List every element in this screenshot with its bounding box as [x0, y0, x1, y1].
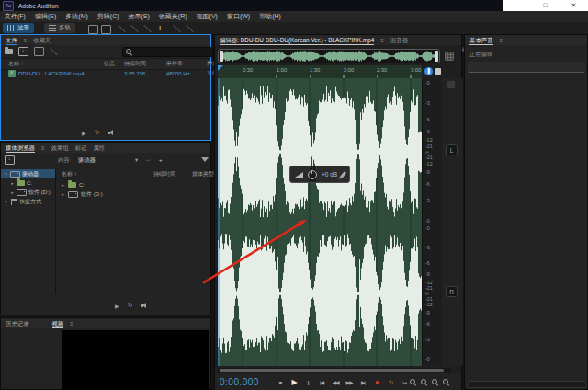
- media-play-button[interactable]: ▶: [115, 303, 119, 309]
- files-col-0[interactable]: 名称 ↑: [8, 60, 104, 68]
- files-search-input[interactable]: [122, 47, 214, 57]
- scrollbar-thumb[interactable]: [220, 369, 444, 372]
- import-file-button[interactable]: [18, 47, 28, 56]
- back-icon[interactable]: ↩: [146, 156, 151, 163]
- menu-item-6[interactable]: 视图(V): [192, 11, 222, 22]
- file-row[interactable]: DDU-DU...LACKPINK.mp43:35.25648000 Hz立体声: [1, 68, 210, 78]
- move-tool-icon[interactable]: [118, 25, 126, 32]
- lasso-tool-icon[interactable]: [186, 25, 194, 32]
- panel-toggle-icon[interactable]: [88, 25, 98, 34]
- menu-item-4[interactable]: 效果(S): [124, 11, 154, 22]
- skip-selection-button[interactable]: ↪: [398, 377, 411, 388]
- time-selection-tool-icon[interactable]: I: [159, 24, 161, 32]
- play-button[interactable]: ▶: [288, 377, 300, 388]
- zoom-navigator[interactable]: [218, 49, 440, 63]
- pause-indicator-icon[interactable]: ❚: [424, 67, 433, 75]
- tab-history[interactable]: 历史记录: [6, 318, 29, 328]
- menu-item-0[interactable]: 文件(F): [0, 11, 30, 22]
- waveform-display[interactable]: +0 dB: [218, 78, 422, 366]
- disclosure-icon[interactable]: ▾: [4, 199, 8, 204]
- fast-forward-button[interactable]: ▶▶: [343, 377, 356, 388]
- menu-item-3[interactable]: 剪辑(C): [93, 11, 124, 22]
- record-button[interactable]: ●: [370, 377, 383, 388]
- knob-icon[interactable]: [308, 170, 317, 179]
- tab-media-1[interactable]: 效果组: [51, 143, 68, 153]
- insert-multitrack-icon[interactable]: [50, 48, 58, 55]
- media-list-item-0[interactable]: ▸C:: [56, 180, 210, 189]
- filter-icon[interactable]: [201, 157, 209, 162]
- add-shortcut-button[interactable]: +: [159, 156, 163, 163]
- tab-files[interactable]: 文件: [6, 35, 17, 45]
- chevron-down-icon[interactable]: ▾: [135, 156, 138, 163]
- horizontal-scrollbar[interactable]: [218, 368, 451, 373]
- channel-r-button[interactable]: R: [446, 286, 458, 297]
- zoom-selection-button[interactable]: [432, 379, 438, 385]
- minimize-button[interactable]: —: [503, 0, 531, 11]
- volume-hud[interactable]: +0 dB: [289, 166, 350, 183]
- menu-item-7[interactable]: 窗口(W): [222, 11, 254, 22]
- panel-toggle-icon-2[interactable]: [101, 25, 111, 34]
- razor-tool-icon[interactable]: [130, 25, 139, 32]
- panel-menu-icon[interactable]: ≡: [24, 38, 28, 43]
- rewind-button[interactable]: ◀◀: [329, 377, 342, 388]
- disclosure-icon[interactable]: ▸: [10, 189, 15, 195]
- tree-item-0[interactable]: ▾驱动器: [1, 169, 55, 178]
- loop-playback-button[interactable]: ↻: [95, 129, 100, 136]
- open-file-button[interactable]: [5, 49, 13, 54]
- slip-tool-icon[interactable]: [143, 25, 152, 32]
- waveform-view-button[interactable]: 波形: [3, 23, 34, 33]
- files-col-1[interactable]: 状态: [104, 60, 124, 68]
- tab-video[interactable]: 视频: [52, 318, 64, 328]
- media-loop-button[interactable]: ↻: [128, 302, 133, 309]
- tree-item-2[interactable]: ▸软件 (D:): [1, 188, 55, 197]
- skip-forward-button[interactable]: ▶|: [356, 377, 369, 388]
- autoplay-button[interactable]: ▶: [82, 130, 86, 136]
- tab-editor[interactable]: 编辑器: DDU-DU DDU-DU(Korean Ver.) - BLACKP…: [220, 35, 374, 45]
- tree-item-3[interactable]: ▾快捷方式: [1, 197, 55, 206]
- stop-button[interactable]: ■: [274, 377, 287, 388]
- tab-media-0[interactable]: 媒体浏览器: [6, 143, 35, 153]
- media-list-col-0[interactable]: 名称 ↑: [62, 170, 77, 178]
- zoom-out-button[interactable]: [421, 379, 427, 385]
- menu-item-5[interactable]: 收藏夹(R): [154, 11, 192, 22]
- strip-button[interactable]: [447, 81, 455, 88]
- navigator-left-handle[interactable]: [220, 51, 223, 62]
- maximize-button[interactable]: □: [531, 0, 560, 11]
- menu-item-8[interactable]: 帮助(H): [254, 11, 286, 22]
- tab-essential-sound[interactable]: 基本声音: [469, 35, 493, 45]
- disclosure-icon[interactable]: ▾: [4, 171, 8, 177]
- new-content-button[interactable]: [34, 47, 44, 56]
- media-list-col-2[interactable]: 媒体类型: [192, 170, 214, 178]
- media-import-button[interactable]: [5, 155, 15, 165]
- disclosure-icon[interactable]: ▸: [61, 182, 65, 188]
- media-list-col-1[interactable]: 持续时间: [153, 170, 175, 178]
- zoom-in-button[interactable]: [410, 379, 416, 385]
- editor-panel-menu-icon[interactable]: ≡: [380, 38, 384, 43]
- marker-icon[interactable]: [435, 68, 441, 75]
- es-panel-menu-icon[interactable]: ≡: [500, 38, 503, 43]
- channel-l-button[interactable]: L: [446, 144, 458, 155]
- tab-media-3[interactable]: 属性: [93, 143, 105, 153]
- media-panel-menu-icon[interactable]: ≡: [41, 145, 45, 151]
- disclosure-icon[interactable]: ▸: [10, 180, 15, 186]
- video-panel-menu-icon[interactable]: ≡: [70, 321, 74, 327]
- preset-dropdown[interactable]: [468, 62, 585, 73]
- disclosure-icon[interactable]: ▸: [61, 191, 65, 197]
- menu-item-1[interactable]: 编辑(E): [30, 11, 61, 22]
- files-col-3[interactable]: 采样率: [166, 60, 207, 68]
- loop-button[interactable]: ↻: [384, 377, 397, 388]
- content-dropdown[interactable]: 驱动器: [78, 156, 96, 165]
- speaker-icon[interactable]: [108, 130, 116, 136]
- playhead-marker[interactable]: [218, 65, 223, 71]
- files-col-2[interactable]: 持续时间: [124, 60, 166, 68]
- media-list-item-1[interactable]: ▸软件 (D:): [56, 189, 210, 199]
- timeline-ruler[interactable]: 0:301:001:302:002:303:003:3: [218, 65, 422, 79]
- media-speaker-icon[interactable]: [141, 303, 149, 309]
- tree-item-1[interactable]: ▸C:: [1, 178, 55, 188]
- menu-item-2[interactable]: 多轨(M): [61, 11, 93, 22]
- tab-favorites[interactable]: 收藏夹: [33, 35, 51, 45]
- pause-button[interactable]: ||: [301, 377, 314, 388]
- skip-back-button[interactable]: |◀: [315, 377, 328, 388]
- close-button[interactable]: ✕: [560, 0, 588, 11]
- multitrack-view-button[interactable]: 多轨: [44, 23, 75, 33]
